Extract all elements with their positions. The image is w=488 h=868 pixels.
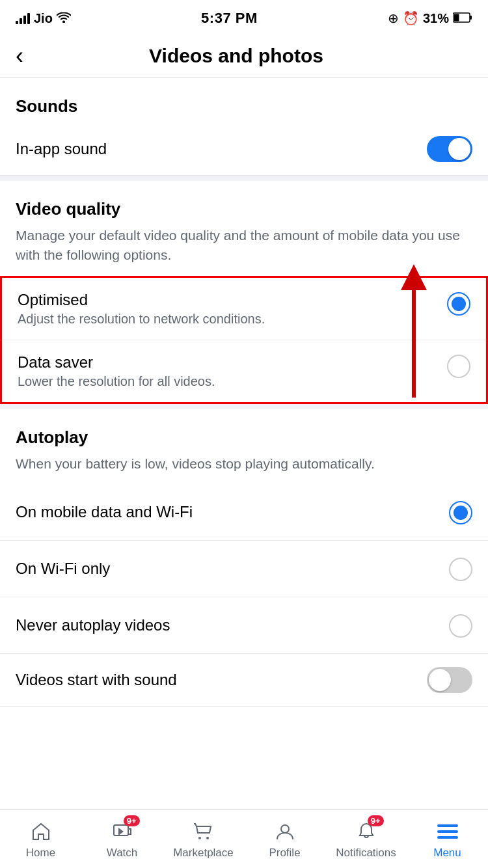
tab-home-label: Home [26,847,55,860]
location-icon: ⊕ [388,10,399,26]
tab-marketplace[interactable]: Marketplace [163,810,244,868]
svg-point-6 [198,837,201,839]
autoplay-header: Autoplay [0,409,488,454]
optimised-subtitle: Adjust the resolution to network conditi… [18,312,437,327]
tab-menu[interactable]: Menu [407,810,488,868]
wifi-only-option-row[interactable]: On Wi-Fi only [0,541,488,597]
never-autoplay-label: Never autoplay videos [16,616,170,634]
tab-profile-label: Profile [269,847,300,860]
top-nav: ‹ Videos and photos [0,34,488,78]
tab-watch[interactable]: 9+ Watch [81,810,163,868]
tab-menu-label: Menu [433,847,461,860]
alarm-icon: ⏰ [403,10,419,26]
wifi-only-radio[interactable] [449,558,472,581]
in-app-sound-toggle[interactable] [427,136,472,162]
autoplay-desc: When your battery is low, videos stop pl… [0,454,488,484]
svg-marker-4 [401,264,427,290]
divider-1 [0,176,488,181]
notifications-badge: 9+ [368,815,384,826]
sounds-section: Sounds In-app sound [0,78,488,176]
svg-point-7 [206,837,209,839]
data-saver-subtitle: Lower the resolution for all videos. [18,374,437,389]
video-quality-header: Video quality [0,181,488,226]
battery-icon [453,11,472,26]
home-icon [29,819,53,844]
marketplace-icon [191,819,216,844]
svg-point-9 [281,825,289,833]
red-arrow-annotation [394,261,433,404]
signal-bars-icon [16,12,30,24]
notifications-icon: 9+ [354,819,379,844]
autoplay-section: Autoplay When your battery is low, video… [0,409,488,707]
data-saver-text-group: Data saver Lower the resolution for all … [18,353,447,389]
data-saver-title: Data saver [18,353,437,372]
tab-notifications-label: Notifications [336,847,396,860]
optimised-radio[interactable] [447,292,470,316]
watch-icon: 9+ [110,819,135,844]
wifi-icon [57,11,71,26]
svg-rect-2 [454,14,459,21]
status-time: 5:37 PM [201,10,258,27]
videos-start-sound-row: Videos start with sound [0,654,488,707]
never-autoplay-option-row[interactable]: Never autoplay videos [0,597,488,654]
mobile-wifi-option-row[interactable]: On mobile data and Wi-Fi [0,484,488,541]
page-title: Videos and photos [23,45,449,67]
videos-start-sound-toggle[interactable] [427,667,472,693]
status-left: Jio [16,11,71,26]
optimised-text-group: Optimised Adjust the resolution to netwo… [18,291,447,327]
menu-icon [435,819,460,844]
tab-home[interactable]: Home [0,810,81,868]
tab-profile[interactable]: Profile [244,810,325,868]
watch-badge: 9+ [124,815,140,826]
never-autoplay-radio[interactable] [449,614,472,638]
sounds-section-header: Sounds [0,78,488,123]
content-area: Sounds In-app sound Video quality Manage… [0,78,488,772]
profile-icon [273,819,297,844]
data-saver-radio[interactable] [447,355,470,378]
carrier-name: Jio [34,11,53,26]
svg-rect-1 [470,16,472,20]
back-button[interactable]: ‹ [16,44,23,68]
tab-marketplace-label: Marketplace [173,847,234,860]
tab-bar: Home 9+ Watch Marketplace [0,809,488,868]
tab-notifications[interactable]: 9+ Notifications [325,810,407,868]
optimised-title: Optimised [18,291,437,309]
status-bar: Jio 5:37 PM ⊕ ⏰ 31% [0,0,488,34]
in-app-sound-row: In-app sound [0,123,488,176]
video-quality-section: Video quality Manage your default video … [0,181,488,404]
mobile-wifi-label: On mobile data and Wi-Fi [16,503,193,521]
divider-2 [0,404,488,409]
videos-start-sound-label: Videos start with sound [16,671,177,689]
battery-percent: 31% [423,11,449,26]
mobile-wifi-radio[interactable] [449,501,472,524]
wifi-only-label: On Wi-Fi only [16,560,110,578]
svg-rect-8 [196,830,211,832]
status-right: ⊕ ⏰ 31% [388,10,472,26]
tab-watch-label: Watch [107,847,138,860]
in-app-sound-label: In-app sound [16,140,107,158]
